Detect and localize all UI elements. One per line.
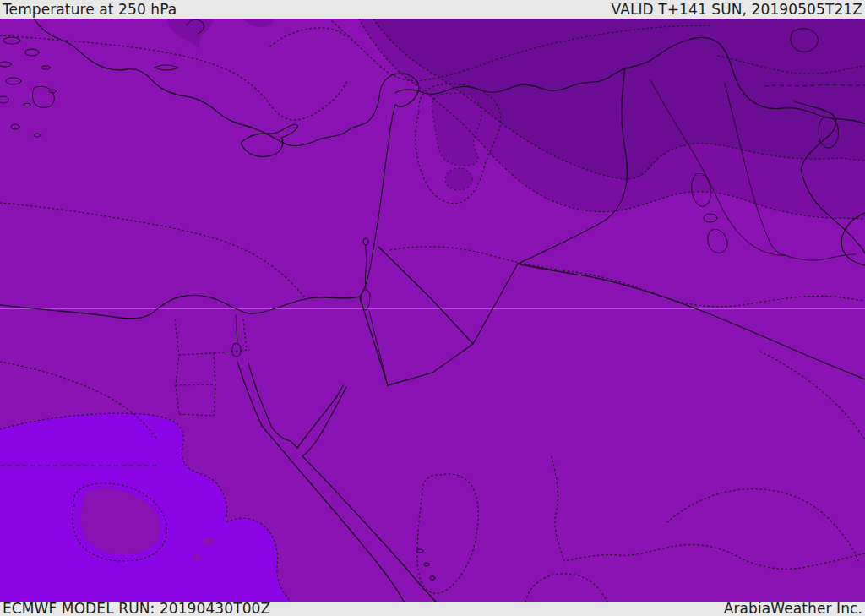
- weather-map-screen: Temperature at 250 hPa VALID T+141 SUN, …: [0, 0, 865, 616]
- model-run-label: ECMWF MODEL RUN: 20190430T00Z: [0, 602, 270, 616]
- map-title: Temperature at 250 hPa: [0, 3, 177, 17]
- map-header: Temperature at 250 hPa VALID T+141 SUN, …: [0, 0, 865, 19]
- attribution: ArabiaWeather Inc.: [724, 602, 865, 616]
- latitude-gridline: [0, 308, 865, 309]
- map-valid-time: VALID T+141 SUN, 20190505T21Z: [612, 3, 865, 17]
- map-canvas: [0, 19, 865, 602]
- map-footer: ECMWF MODEL RUN: 20190430T00Z ArabiaWeat…: [0, 602, 865, 616]
- temperature-map-svg: [0, 19, 865, 602]
